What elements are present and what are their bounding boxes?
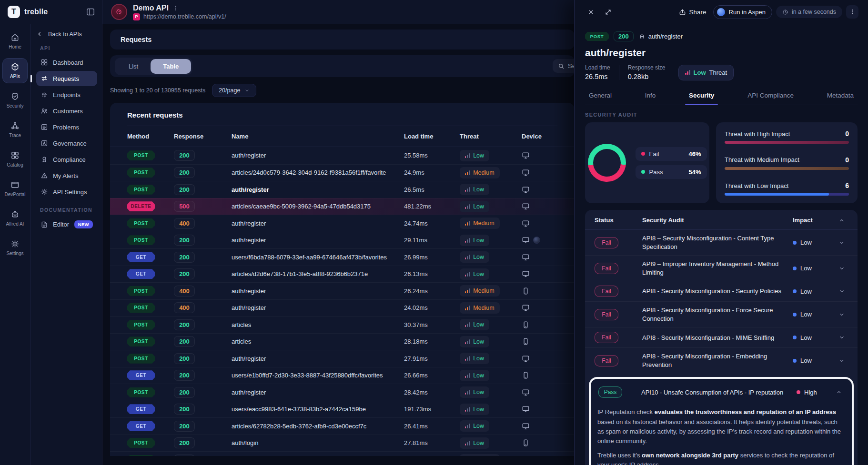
- status-code: 200: [174, 370, 195, 381]
- table-row[interactable]: GET200users/e1b0ffd7-2d30-3e33-8887-43f2…: [110, 367, 575, 384]
- audit-row[interactable]: FailAPI8 - Security Misconfiguration - E…: [585, 347, 858, 373]
- table-row[interactable]: DELETE500articles/caeae9bc-5009-3962-94a…: [110, 198, 575, 215]
- tab-security[interactable]: Security: [685, 87, 718, 105]
- table-row[interactable]: POST200auth/register28.42msLow: [110, 384, 575, 401]
- table-row[interactable]: GET200users/eacc9983-641e-3738-83b2-a744…: [110, 401, 575, 418]
- threat-badge: Low: [460, 353, 489, 364]
- endpoint-icon: [638, 33, 646, 40]
- endpoint-link[interactable]: auth/register: [638, 33, 683, 40]
- monitor-icon: [522, 151, 530, 159]
- audit-row[interactable]: FailAPI8 - Security Misconfiguration - S…: [585, 281, 858, 301]
- request-name: auth/register: [232, 186, 404, 193]
- refresh-timer-label: in a few seconds: [792, 9, 836, 15]
- tab-metadata[interactable]: Metadata: [823, 87, 858, 105]
- view-toggle-table[interactable]: Table: [151, 59, 191, 74]
- audit-row[interactable]: FailAPI8 – Security Misconfiguration - C…: [585, 230, 858, 255]
- status-code: 200: [174, 336, 195, 347]
- threat-badge: Medium: [460, 454, 500, 456]
- sidebar-item-dashboard[interactable]: Dashboard: [36, 55, 97, 70]
- sidebar-item-customers[interactable]: Customers: [36, 103, 97, 119]
- audit-title: API8 – Security Misconfiguration - Conte…: [642, 234, 788, 251]
- tab-general[interactable]: General: [585, 87, 616, 105]
- sidebar-item-label: Endpoints: [53, 91, 81, 99]
- sidebar-item-api-settings[interactable]: API Settings: [36, 184, 97, 199]
- load-time: 27.81ms: [404, 439, 460, 446]
- signal-bars-icon: [465, 322, 470, 327]
- api-menu-icon[interactable]: [172, 4, 179, 12]
- brand[interactable]: T treblle: [8, 6, 48, 18]
- rail-item-trace[interactable]: Trace: [2, 117, 28, 142]
- table-row[interactable]: GET200articles/62782b28-5edb-3762-afb9-c…: [110, 417, 575, 435]
- sidebar-item-editor[interactable]: Editor NEW: [36, 217, 97, 232]
- rail-item-catalog[interactable]: Catalog: [2, 147, 28, 172]
- collapse-sidebar-icon[interactable]: [86, 7, 95, 17]
- rail-item-home[interactable]: Home: [2, 29, 28, 54]
- audit-row[interactable]: FailAPI8 - Security Misconfiguration - F…: [585, 301, 858, 327]
- table-row[interactable]: POST400auth/register24.74msMedium: [110, 215, 575, 232]
- page-size-dropdown[interactable]: 20/page: [212, 84, 256, 97]
- rail-item-security[interactable]: Security: [2, 88, 28, 113]
- signal-bars-icon: [465, 238, 470, 243]
- chevron-down-icon[interactable]: [838, 334, 845, 341]
- signal-bars-icon: [465, 373, 470, 378]
- device-cell: [522, 287, 557, 295]
- table-row[interactable]: POST200articles/24d0c579-3642-304d-9162-…: [110, 164, 575, 181]
- table-row[interactable]: POST200articles28.18msLow: [110, 333, 575, 350]
- sidebar-item-label: Requests: [53, 75, 79, 82]
- impact-dot: [793, 289, 797, 293]
- close-button[interactable]: [584, 5, 597, 19]
- impact-label: Threat with High Impact: [725, 130, 790, 138]
- rail-item-apis[interactable]: APIs: [2, 58, 28, 83]
- security-audit-table: Status Security Audit Impact FailAPI8 – …: [585, 210, 858, 465]
- load-time: 29.11ms: [404, 237, 460, 244]
- expand-button[interactable]: [601, 5, 615, 19]
- search-icon: [558, 63, 565, 69]
- collapse-all-icon[interactable]: [838, 217, 845, 224]
- phone-icon: [522, 439, 530, 447]
- sidebar-item-requests[interactable]: Requests: [36, 71, 97, 86]
- chevron-down-icon[interactable]: [838, 311, 845, 318]
- chevron-down-icon[interactable]: [838, 288, 845, 295]
- sidebar-item-my-alerts[interactable]: My Alerts: [36, 168, 97, 183]
- table-row[interactable]: GET200articles/d2d6e738-17b1-3fe5-a8f8-9…: [110, 266, 575, 283]
- back-to-apis-link[interactable]: Back to APIs: [36, 30, 97, 38]
- threat-badge: Medium: [460, 167, 500, 178]
- rail-item-devportal[interactable]: DevPortal: [2, 176, 28, 201]
- page-size-value: 20/page: [219, 87, 240, 94]
- audit-row[interactable]: FailAPI8 - Security Misconfiguration - M…: [585, 327, 858, 347]
- method-badge: GET: [127, 269, 155, 279]
- trace-icon: [10, 121, 20, 130]
- rail-item-settings[interactable]: Settings: [2, 235, 28, 260]
- table-row[interactable]: POST200articles30.37msLow: [110, 316, 575, 333]
- tab-api-compliance[interactable]: API Compliance: [744, 87, 797, 105]
- security-audit-label: SECURITY AUDIT: [585, 112, 858, 118]
- view-toggle-list[interactable]: List: [116, 59, 151, 74]
- chevron-down-icon[interactable]: [838, 265, 845, 272]
- status-code: 200: [174, 387, 195, 398]
- table-row[interactable]: GET200users/f6bda788-6079-33ef-aa99-6746…: [110, 248, 575, 266]
- table-row[interactable]: POST200auth/register26.5msLow: [110, 181, 575, 198]
- table-row[interactable]: POST200auth/register25.58msLow: [110, 147, 575, 164]
- sidebar-item-governance[interactable]: Governance: [36, 136, 97, 151]
- sidebar-item-endpoints[interactable]: Endpoints: [36, 87, 97, 102]
- catalog-icon: [10, 151, 20, 160]
- sidebar-item-compliance[interactable]: Compliance: [36, 152, 97, 167]
- audit-row[interactable]: FailAPI9 – Improper Inventory Management…: [585, 255, 858, 281]
- chevron-up-icon[interactable]: [836, 389, 842, 396]
- table-row[interactable]: POST200auth/register27.91msLow: [110, 350, 575, 367]
- panel-menu-button[interactable]: [846, 5, 858, 19]
- rail-item-alfred-ai[interactable]: Alfred AI: [2, 206, 28, 231]
- table-row[interactable]: POST200articles/c989bca3-6783-3a57-a015-…: [110, 451, 575, 456]
- run-in-aspen-button[interactable]: Run in Aspen: [713, 5, 772, 19]
- table-row[interactable]: POST200auth/register29.11msLow: [110, 232, 575, 249]
- table-row[interactable]: POST400auth/register26.24msMedium: [110, 282, 575, 299]
- tab-info[interactable]: Info: [641, 87, 660, 105]
- chevron-down-icon[interactable]: [838, 239, 845, 246]
- chevron-down-icon[interactable]: [838, 357, 845, 364]
- audit-row-expanded[interactable]: Pass API10 - Unsafe Consumption of APIs …: [597, 383, 845, 403]
- table-row[interactable]: POST200auth/login27.81msLow: [110, 435, 575, 452]
- share-button[interactable]: Share: [679, 9, 707, 16]
- refresh-timer-pill[interactable]: in a few seconds: [776, 6, 842, 18]
- table-row[interactable]: POST400auth/register24.02msMedium: [110, 299, 575, 317]
- sidebar-item-problems[interactable]: Problems: [36, 119, 97, 135]
